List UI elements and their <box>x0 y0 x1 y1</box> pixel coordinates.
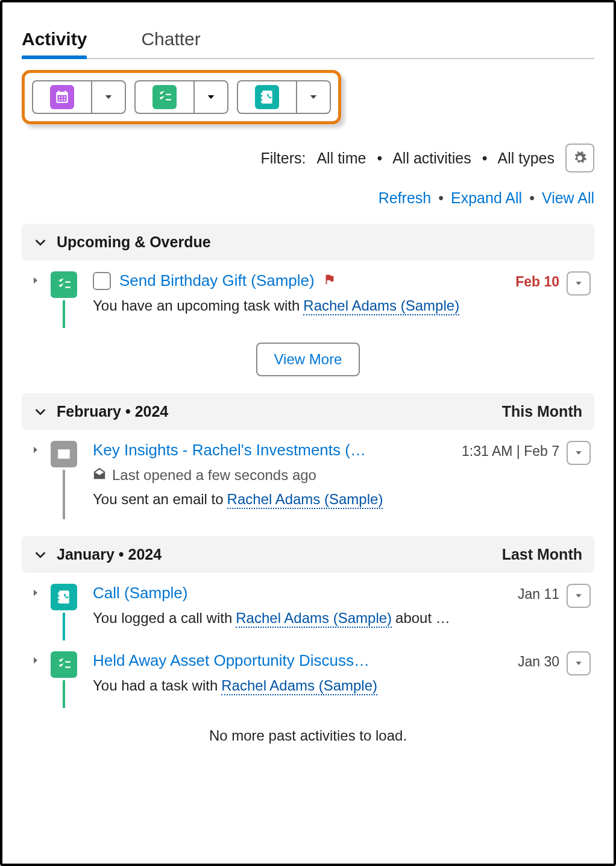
activity-sub-prefix: You sent an email to <box>93 491 224 508</box>
contact-link[interactable]: Rachel Adams (Sample) <box>236 610 392 628</box>
contact-link[interactable]: Rachel Adams (Sample) <box>227 491 383 509</box>
section-feb-header[interactable]: February • 2024 This Month <box>22 393 594 430</box>
activity-item-call: Call (Sample) You logged a call with Rac… <box>22 573 594 640</box>
contact-link[interactable]: Rachel Adams (Sample) <box>221 677 377 695</box>
filter-types[interactable]: All types <box>498 150 555 167</box>
activity-menu-button[interactable] <box>567 271 591 296</box>
tab-chatter[interactable]: Chatter <box>141 24 200 58</box>
filter-time[interactable]: All time <box>316 150 366 167</box>
log-call-split <box>237 80 331 114</box>
section-upcoming-title: Upcoming & Overdue <box>57 233 211 251</box>
timeline-line <box>63 470 65 519</box>
calendar-icon <box>50 85 74 109</box>
activity-menu-button[interactable] <box>567 584 591 608</box>
expand-toggle[interactable] <box>30 584 46 640</box>
phonebook-icon <box>255 85 279 109</box>
section-jan-header[interactable]: January • 2024 Last Month <box>22 536 594 573</box>
timeline-settings-button[interactable] <box>565 144 594 172</box>
section-feb-right: This Month <box>502 403 582 420</box>
timeline-line <box>63 613 65 640</box>
activity-sub-prefix: You have an upcoming task with <box>93 297 300 314</box>
flag-icon <box>323 273 336 289</box>
activity-sub-prefix: You logged a call with <box>93 610 232 627</box>
task-icon <box>152 85 177 109</box>
view-more-button[interactable]: View More <box>256 343 360 376</box>
activity-item-held: Held Away Asset Opportunity Discuss… You… <box>22 640 594 708</box>
filters-label: Filters: <box>260 150 306 167</box>
contact-link[interactable]: Rachel Adams (Sample) <box>303 297 459 315</box>
activity-menu-button[interactable] <box>567 441 591 465</box>
section-jan-title: January • 2024 <box>57 546 162 563</box>
refresh-link[interactable]: Refresh <box>379 189 432 207</box>
new-task-button[interactable] <box>136 81 193 113</box>
new-task-split <box>134 80 228 114</box>
gear-icon <box>573 151 587 165</box>
task-icon <box>51 651 77 678</box>
activity-title-link[interactable]: Key Insights - Rachel's Investments (… <box>93 441 366 460</box>
log-call-button[interactable] <box>238 81 296 113</box>
task-checkbox[interactable] <box>93 272 111 290</box>
section-feb-title: February • 2024 <box>57 403 168 420</box>
activity-date: 1:31 AM | Feb 7 <box>462 441 567 519</box>
activity-sub-prefix: You had a task with <box>93 677 218 694</box>
timeline-line <box>63 300 65 328</box>
timeline-links: Refresh • Expand All • View All <box>22 189 594 207</box>
mail-open-icon <box>93 467 106 480</box>
section-upcoming-header[interactable]: Upcoming & Overdue <box>22 224 594 261</box>
expand-toggle[interactable] <box>30 651 46 708</box>
chevron-down-icon <box>34 236 47 249</box>
new-task-dropdown[interactable] <box>193 81 227 113</box>
new-event-button[interactable] <box>33 81 91 113</box>
expand-toggle[interactable] <box>30 271 46 328</box>
log-call-dropdown[interactable] <box>296 81 330 113</box>
view-all-link[interactable]: View All <box>542 189 594 207</box>
call-icon <box>51 584 77 610</box>
activity-item-insights: Key Insights - Rachel's Investments (… L… <box>22 430 594 519</box>
new-event-split <box>32 80 126 114</box>
expand-all-link[interactable]: Expand All <box>451 189 522 207</box>
activity-date: Feb 10 <box>515 271 567 328</box>
activity-actions-highlight <box>22 70 341 124</box>
activity-sub-suffix: about … <box>395 610 450 627</box>
tab-activity[interactable]: Activity <box>22 24 87 58</box>
timeline-line <box>63 680 65 708</box>
filter-activities[interactable]: All activities <box>392 150 471 167</box>
filters-row: Filters: All time • All activities • All… <box>22 144 594 172</box>
email-icon <box>51 441 77 467</box>
new-event-dropdown[interactable] <box>91 81 125 113</box>
activity-date: Jan 11 <box>518 584 567 640</box>
last-opened-text: Last opened a few seconds ago <box>112 467 316 484</box>
activity-menu-button[interactable] <box>567 651 591 675</box>
chevron-down-icon <box>34 405 47 419</box>
activity-item-birthday: Send Birthday Gift (Sample) You have an … <box>22 261 594 328</box>
activity-title-link[interactable]: Send Birthday Gift (Sample) <box>119 271 315 290</box>
expand-toggle[interactable] <box>30 441 46 519</box>
activity-title-link[interactable]: Call (Sample) <box>93 584 188 602</box>
tabs: Activity Chatter <box>22 24 594 59</box>
activity-title-link[interactable]: Held Away Asset Opportunity Discuss… <box>93 651 369 670</box>
section-jan-right: Last Month <box>502 546 582 563</box>
task-icon <box>51 271 77 298</box>
chevron-down-icon <box>34 548 47 561</box>
activity-date: Jan 30 <box>518 651 567 708</box>
no-more-text: No more past activities to load. <box>22 727 594 744</box>
